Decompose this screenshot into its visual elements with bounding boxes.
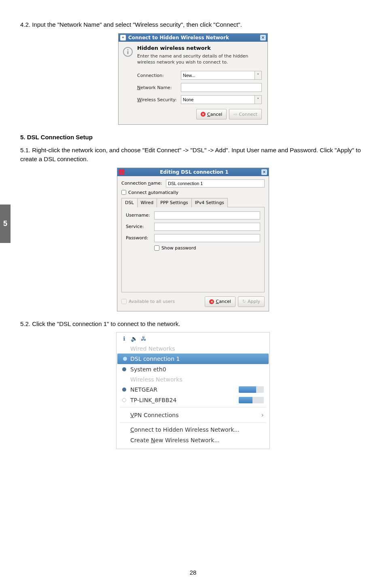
dialog-hidden-wireless: ✦ Connect to Hidden Wireless Network × H… [118, 33, 268, 125]
label-network-name: Network Name: [137, 85, 181, 90]
connect-icon: ⇨ [233, 112, 237, 117]
tray-icons: ℹ 🔈 🖧 [117, 335, 269, 344]
step-5-1-text: 5.1. Right-click the network icon, and c… [20, 146, 366, 164]
dlg1-description: Enter the name and security details of t… [137, 53, 262, 66]
cancel-icon: × [209, 299, 214, 304]
figure-hidden-wireless: ✦ Connect to Hidden Wireless Network × H… [20, 33, 366, 125]
section-wireless-networks: Wireless Networks [117, 375, 269, 384]
dlg2-titlebar: Editing DSL connection 1 × [117, 168, 269, 176]
page-number: 28 [0, 569, 386, 576]
connection-value[interactable] [181, 71, 255, 80]
chapter-tab: 5 [0, 205, 11, 243]
label-available-all-users: Available to all users [129, 299, 175, 304]
network-menu: ℹ 🔈 🖧 Wired Networks DSL connection 1 Sy… [116, 332, 270, 449]
info-icon: ℹ [121, 335, 128, 342]
radio-icon [122, 388, 126, 392]
tab-dsl[interactable]: DSL [121, 198, 138, 207]
available-all-users-checkbox [121, 299, 127, 304]
menu-item-vpn[interactable]: VPN Connections [117, 409, 269, 421]
label-username: Username: [126, 213, 154, 218]
network-name-input[interactable] [181, 83, 262, 92]
radio-icon [122, 398, 126, 402]
close-icon[interactable]: × [260, 35, 266, 40]
dialog-dsl-editor: Editing DSL connection 1 × Connection na… [117, 168, 269, 311]
menu-item-create-network[interactable]: Create New Wireless Network... [117, 435, 269, 445]
info-icon [123, 45, 135, 120]
label-connection-name: Connection name: [121, 181, 166, 186]
wireless-security-value[interactable] [181, 95, 255, 104]
apply-icon: ↻ [242, 299, 246, 304]
signal-strength-icon [239, 386, 264, 393]
svg-rect-2 [127, 51, 129, 54]
menu-item-tplink[interactable]: TP-LINK_8FBB24 [117, 395, 269, 405]
heading-5: 5. DSL Connection Setup [20, 133, 366, 142]
step-5-2-text: 5.2. Click the "DSL connection 1" to con… [20, 320, 366, 328]
label-show-password: Show password [161, 245, 196, 251]
tab-ipv4-settings[interactable]: IPv4 Settings [191, 198, 228, 207]
wireless-security-combo[interactable]: ˅ [181, 95, 262, 104]
dlg2-title: Editing DSL connection 1 [127, 169, 261, 175]
label-service: Service: [126, 224, 154, 229]
username-input[interactable] [154, 211, 260, 219]
menu-item-system-eth0[interactable]: System eth0 [117, 364, 269, 375]
figure-dsl-editor: Editing DSL connection 1 × Connection na… [20, 168, 366, 311]
label-wireless-security: Wireless Security: [137, 97, 181, 102]
chevron-down-icon[interactable]: ˅ [255, 71, 262, 80]
network-icon: ✦ [120, 35, 126, 40]
tab-ppp-settings[interactable]: PPP Settings [157, 198, 192, 207]
cancel-button[interactable]: × Cancel [205, 296, 235, 307]
cancel-button[interactable]: × Cancel [196, 109, 227, 119]
menu-item-connect-hidden[interactable]: Connect to Hidden Wireless Network... [117, 424, 269, 435]
dlg1-title: Connect to Hidden Wireless Network [128, 35, 229, 40]
signal-strength-icon [239, 397, 264, 403]
connection-name-input[interactable] [166, 179, 265, 187]
connect-button[interactable]: ⇨ Connect [229, 109, 262, 119]
dlg1-titlebar: ✦ Connect to Hidden Wireless Network × [119, 34, 267, 42]
dlg1-heading: Hidden wireless network [137, 45, 262, 51]
app-icon [119, 169, 125, 175]
network-icon[interactable]: 🖧 [140, 335, 147, 342]
svg-point-1 [127, 49, 128, 50]
radio-icon [123, 357, 127, 361]
menu-item-netgear[interactable]: NETGEAR [117, 384, 269, 395]
apply-button[interactable]: ↻ Apply [238, 296, 265, 307]
separator [120, 407, 266, 407]
figure-network-menu: ℹ 🔈 🖧 Wired Networks DSL connection 1 Sy… [20, 332, 366, 449]
radio-icon [122, 367, 126, 371]
cancel-icon: × [201, 112, 206, 117]
show-password-checkbox[interactable] [154, 245, 159, 251]
menu-item-dsl-connection[interactable]: DSL connection 1 [117, 354, 269, 364]
dsl-tabs: DSL Wired PPP Settings IPv4 Settings [121, 198, 265, 207]
close-icon[interactable]: × [261, 169, 267, 175]
label-connect-automatically: Connect automatically [128, 190, 178, 195]
section-wired-networks: Wired Networks [117, 344, 269, 354]
label-connection: Connection: [137, 73, 181, 78]
chevron-down-icon[interactable]: ˅ [255, 95, 262, 104]
service-input[interactable] [154, 223, 260, 231]
sound-icon: 🔈 [130, 335, 138, 342]
label-password: Password: [126, 235, 154, 241]
password-input[interactable] [154, 234, 260, 242]
step-4-2-text: 4.2. Input the "Network Name" and select… [20, 20, 366, 29]
tab-wired[interactable]: Wired [137, 198, 157, 207]
tabpanel-dsl: Username: Service: Password: Show passwo… [121, 207, 265, 292]
separator [120, 422, 266, 423]
connect-automatically-checkbox[interactable] [121, 190, 126, 195]
connection-combo[interactable]: ˅ [181, 71, 262, 80]
